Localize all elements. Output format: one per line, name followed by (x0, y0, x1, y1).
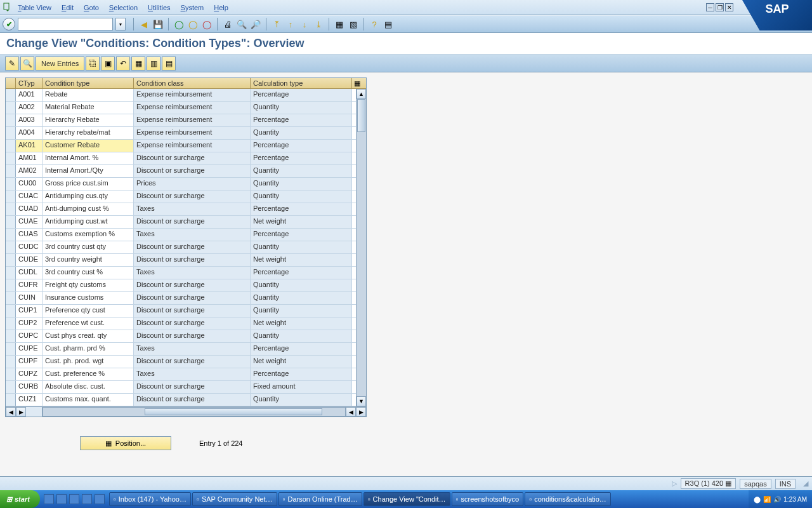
row-selector[interactable] (6, 216, 16, 228)
cell-condition-type[interactable]: Anti-dumping cust % (43, 203, 134, 215)
table-row[interactable]: CUADAnti-dumping cust %TaxesPercentage (6, 203, 356, 216)
col-condition-type[interactable]: Condition type (43, 78, 134, 88)
cell-condition-type[interactable]: 3rd country cust % (43, 267, 134, 279)
find-icon[interactable]: 🔍 (235, 18, 248, 30)
taskbar-item[interactable]: ▫SAP Community Net… (192, 492, 277, 506)
save-icon[interactable]: 💾 (152, 18, 164, 30)
cell-condition-type[interactable]: Internal Amort. % (43, 152, 134, 164)
cell-condition-type[interactable]: Cust phys creat. qty (43, 330, 134, 342)
cell-ctyp[interactable]: A002 (16, 102, 43, 114)
tray-icon[interactable]: ⬤ (754, 496, 761, 503)
table-row[interactable]: AK01Customer RebateExpense reimbursement… (6, 140, 356, 152)
cell-ctyp[interactable]: A004 (16, 127, 43, 139)
scroll-right-icon[interactable]: ◀ (346, 407, 356, 417)
table-row[interactable]: CUPECust. pharm. prd %TaxesPercentage (6, 343, 356, 356)
row-selector[interactable] (6, 279, 16, 291)
cell-ctyp[interactable]: CUP2 (16, 318, 43, 330)
cell-ctyp[interactable]: CUIN (16, 292, 43, 304)
table-row[interactable]: A001RebateExpense reimbursementPercentag… (6, 89, 356, 102)
table-row[interactable]: A004Hierarchy rebate/matExpense reimburs… (6, 127, 356, 140)
table-row[interactable]: CUACAntidumping cus.qtyDiscount or surch… (6, 190, 356, 203)
cell-ctyp[interactable]: CUPC (16, 330, 43, 342)
row-selector[interactable] (6, 394, 16, 406)
table-row[interactable]: AM02Internal Amort./QtyDiscount or surch… (6, 165, 356, 178)
shortcut-icon[interactable]: ▧ (347, 18, 360, 30)
row-selector[interactable] (6, 229, 16, 241)
close-icon[interactable]: ✕ (725, 3, 733, 11)
cell-condition-type[interactable]: Antidumping cust.wt (43, 216, 134, 228)
row-selector[interactable] (6, 178, 16, 190)
cell-condition-type[interactable]: Preference qty cust (43, 305, 134, 317)
cell-ctyp[interactable]: AM02 (16, 165, 43, 177)
row-selector[interactable] (6, 343, 16, 355)
back-icon[interactable]: ◯ (173, 18, 185, 30)
position-button[interactable]: ▦ Position... (80, 436, 171, 450)
row-selector[interactable] (6, 241, 16, 253)
taskbar-item[interactable]: ▫Change View "Condit… (363, 492, 450, 506)
row-selector[interactable] (6, 165, 16, 177)
cell-condition-type[interactable]: Internal Amort./Qty (43, 165, 134, 177)
table-row[interactable]: CUP1Preference qty custDiscount or surch… (6, 305, 356, 318)
taskbar-item[interactable]: ▫Darson Online (Trad… (278, 492, 362, 506)
cell-condition-type[interactable]: Cust. preference % (43, 368, 134, 380)
row-selector[interactable] (6, 102, 16, 114)
row-selector[interactable] (6, 190, 16, 203)
command-field[interactable] (18, 18, 113, 30)
ql-app2-icon[interactable] (82, 494, 92, 504)
cell-condition-type[interactable]: Antidumping cus.qty (43, 190, 134, 203)
taskbar-item[interactable]: ▫screenshotsofbyco (452, 492, 524, 506)
menu-system[interactable]: System (181, 4, 204, 11)
cell-ctyp[interactable]: AK01 (16, 140, 43, 152)
cell-ctyp[interactable]: CUAD (16, 203, 43, 215)
row-selector[interactable] (6, 318, 16, 330)
table-row[interactable]: CUINInsurance customsDiscount or surchar… (6, 292, 356, 305)
table-row[interactable]: CUASCustoms exemption %TaxesPercentage (6, 229, 356, 241)
table-row[interactable]: CUPZCust. preference %TaxesPercentage (6, 368, 356, 381)
cell-ctyp[interactable]: CUDC (16, 241, 43, 253)
menu-table-view[interactable]: Table View (18, 4, 51, 11)
cell-condition-type[interactable]: Customs max. quant. (43, 394, 134, 406)
row-selector[interactable] (6, 152, 16, 164)
col-ctyp[interactable]: CTyp (16, 78, 43, 88)
scroll-left-icon[interactable]: ▶ (16, 407, 26, 417)
row-selector[interactable] (6, 356, 16, 368)
new-entries-button[interactable]: New Entries (36, 57, 84, 70)
cell-condition-type[interactable]: 3rd country cust qty (43, 241, 134, 253)
cell-condition-type[interactable]: Hierarchy rebate/mat (43, 127, 134, 139)
cell-condition-type[interactable]: Insurance customs (43, 292, 134, 304)
cell-ctyp[interactable]: CURB (16, 381, 43, 393)
menu-help[interactable]: Help (214, 4, 228, 11)
cell-ctyp[interactable]: CUDL (16, 267, 43, 279)
print-icon[interactable]: 🖨 (221, 18, 234, 30)
row-selector[interactable] (6, 89, 16, 101)
cell-condition-type[interactable]: 3rd country weight (43, 254, 134, 266)
cell-ctyp[interactable]: A003 (16, 114, 43, 126)
cell-ctyp[interactable]: AM01 (16, 152, 43, 164)
cell-ctyp[interactable]: A001 (16, 89, 43, 101)
cancel-icon[interactable]: ◯ (200, 18, 213, 30)
row-selector[interactable] (6, 254, 16, 266)
horizontal-scrollbar[interactable]: ◀ ▶ ◀ ▶ (6, 406, 366, 417)
scroll-down-icon[interactable]: ▼ (357, 396, 366, 406)
row-selector[interactable] (6, 203, 16, 215)
cell-ctyp[interactable]: CU00 (16, 178, 43, 190)
command-dropdown[interactable]: ▾ (115, 18, 126, 30)
cell-ctyp[interactable]: CUAS (16, 229, 43, 241)
cell-condition-type[interactable]: Rebate (43, 89, 134, 101)
cell-ctyp[interactable]: CUFR (16, 279, 43, 291)
exit-icon[interactable]: ◯ (187, 18, 199, 30)
row-selector[interactable] (6, 330, 16, 342)
toggle-icon[interactable]: ✎ (5, 57, 19, 70)
menu-goto[interactable]: Goto (84, 4, 99, 11)
row-selector[interactable] (6, 368, 16, 380)
undo-icon[interactable]: ↶ (116, 57, 130, 70)
ql-app1-icon[interactable] (69, 494, 79, 504)
cell-condition-type[interactable]: Material Rebate (43, 102, 134, 114)
ql-ie-icon[interactable] (44, 494, 54, 504)
table-row[interactable]: CUPFCust. ph. prod. wgtDiscount or surch… (6, 356, 356, 368)
row-selector[interactable] (6, 267, 16, 279)
next-page-icon[interactable]: ↓ (298, 18, 311, 30)
tray-net-icon[interactable]: 📶 (763, 496, 771, 503)
deselect-icon[interactable]: ▥ (147, 57, 160, 70)
col-select[interactable] (6, 78, 16, 88)
